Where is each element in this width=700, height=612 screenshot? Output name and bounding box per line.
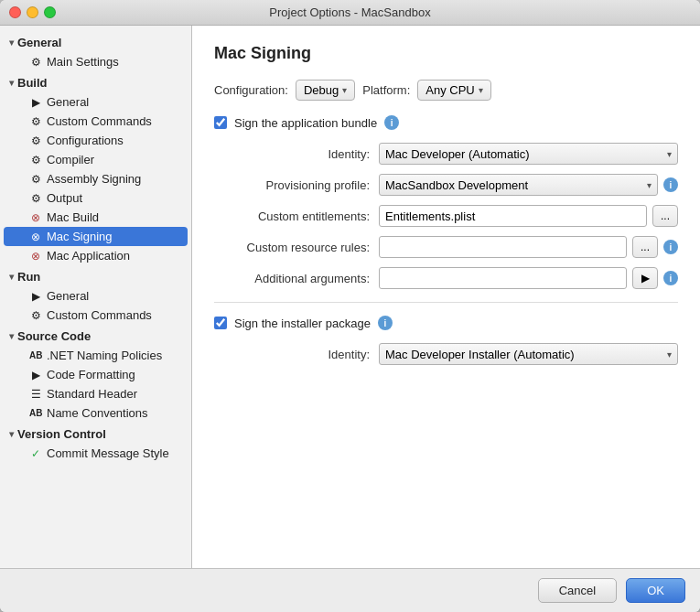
sidebar-item-configurations[interactable]: ⚙ Configurations bbox=[4, 131, 188, 150]
sidebar-item-mac-build[interactable]: ⊗ Mac Build bbox=[4, 208, 188, 227]
sidebar-group-source-code[interactable]: ▾ Source Code bbox=[0, 327, 191, 346]
page-title: Mac Signing bbox=[214, 44, 678, 63]
resource-rules-row: Custom resource rules: ... i bbox=[214, 236, 678, 258]
lines-icon: ☰ bbox=[29, 388, 42, 401]
gear-icon: ⚙ bbox=[29, 309, 42, 322]
resource-rules-browse-button[interactable]: ... bbox=[632, 236, 658, 258]
sidebar-item-run-custom-commands[interactable]: ⚙ Custom Commands bbox=[4, 306, 188, 325]
window-title: Project Options - MacSandbox bbox=[269, 5, 430, 19]
provisioning-row: Provisioning profile: MacSandbox Develop… bbox=[214, 174, 678, 196]
sidebar-item-net-naming[interactable]: AB .NET Naming Policies bbox=[4, 346, 188, 365]
additional-args-run-button[interactable]: ▶ bbox=[632, 267, 658, 289]
additional-args-info-icon[interactable]: i bbox=[663, 271, 678, 285]
arrow-icon: ▾ bbox=[9, 429, 14, 439]
sidebar-group-source-code-label: Source Code bbox=[17, 329, 91, 343]
sidebar-section-version-control: ▾ Version Control ✓ Commit Message Style bbox=[0, 424, 191, 463]
configuration-label: Configuration: bbox=[214, 83, 288, 97]
sidebar-group-build-label: Build bbox=[17, 76, 48, 90]
installer-identity-row: Identity: Mac Developer Installer (Autom… bbox=[214, 343, 678, 365]
gear-icon: ⚙ bbox=[29, 173, 42, 186]
entitlements-browse-button[interactable]: ... bbox=[652, 205, 678, 227]
provisioning-info-icon[interactable]: i bbox=[663, 177, 678, 192]
sidebar-item-custom-commands[interactable]: ⚙ Custom Commands bbox=[4, 112, 188, 131]
sidebar-group-version-control[interactable]: ▾ Version Control bbox=[0, 424, 191, 444]
sidebar-item-mac-signing[interactable]: ⊗ Mac Signing bbox=[4, 227, 188, 246]
close-button[interactable] bbox=[9, 6, 21, 18]
sign-installer-info-icon[interactable]: i bbox=[378, 316, 393, 330]
sidebar-group-version-control-label: Version Control bbox=[17, 427, 106, 441]
additional-args-input[interactable] bbox=[379, 267, 627, 289]
main-panel: Mac Signing Configuration: Debug ▾ Platf… bbox=[192, 26, 700, 568]
identity-label: Identity: bbox=[214, 147, 379, 161]
resource-rules-label: Custom resource rules: bbox=[214, 241, 379, 254]
configuration-value: Debug bbox=[304, 83, 339, 97]
sidebar-group-general-label: General bbox=[17, 36, 61, 49]
sidebar-item-label: Configurations bbox=[47, 134, 124, 147]
sidebar-group-general[interactable]: ▾ General bbox=[0, 33, 191, 52]
ok-button[interactable]: OK bbox=[626, 578, 685, 603]
sidebar-item-output[interactable]: ⚙ Output bbox=[4, 188, 188, 208]
identity-input-group: Mac Developer (Automatic) ▾ bbox=[379, 143, 678, 165]
sidebar-item-main-settings[interactable]: ⚙ Main Settings bbox=[4, 52, 188, 71]
provisioning-value: MacSandbox Development bbox=[385, 178, 528, 192]
sidebar-section-source-code: ▾ Source Code AB .NET Naming Policies ▶ … bbox=[0, 327, 191, 423]
gear-icon: ⚙ bbox=[29, 115, 42, 128]
sidebar-item-mac-application[interactable]: ⊗ Mac Application bbox=[4, 246, 188, 265]
provisioning-label: Provisioning profile: bbox=[214, 178, 379, 192]
sidebar-item-label: Custom Commands bbox=[47, 114, 152, 128]
divider bbox=[214, 302, 678, 303]
gear-icon: ⚙ bbox=[29, 56, 42, 69]
titlebar: Project Options - MacSandbox bbox=[0, 0, 700, 26]
sidebar-item-code-formatting[interactable]: ▶ Code Formatting bbox=[4, 365, 188, 384]
sidebar-item-label: Standard Header bbox=[47, 387, 137, 401]
sidebar-item-commit-message[interactable]: ✓ Commit Message Style bbox=[4, 444, 188, 463]
window: Project Options - MacSandbox ▾ General ⚙… bbox=[0, 0, 700, 612]
sidebar-group-build[interactable]: ▾ Build bbox=[0, 73, 191, 92]
sidebar-item-label: Code Formatting bbox=[47, 368, 135, 381]
installer-identity-dropdown[interactable]: Mac Developer Installer (Automatic) ▾ bbox=[379, 343, 678, 365]
cancel-button[interactable]: Cancel bbox=[538, 578, 617, 603]
sign-installer-label: Sign the installer package bbox=[234, 317, 371, 330]
platform-dropdown[interactable]: Any CPU ▾ bbox=[417, 80, 490, 101]
sign-bundle-info-icon[interactable]: i bbox=[384, 115, 399, 130]
sidebar-section-run: ▾ Run ▶ General ⚙ Custom Commands bbox=[0, 267, 191, 325]
ab-icon: AB bbox=[29, 350, 42, 360]
maximize-button[interactable] bbox=[44, 6, 56, 18]
resource-rules-info-icon[interactable]: i bbox=[663, 240, 678, 254]
arrow-icon: ▶ bbox=[29, 96, 42, 109]
chevron-down-icon: ▾ bbox=[647, 180, 652, 190]
sidebar-item-label: Custom Commands bbox=[47, 308, 152, 322]
sidebar-item-label: Mac Application bbox=[47, 249, 130, 263]
additional-args-label: Additional arguments: bbox=[214, 272, 379, 285]
cross-circle-icon: ⊗ bbox=[29, 231, 42, 243]
entitlements-input-group: ... bbox=[379, 205, 678, 227]
sign-installer-checkbox[interactable] bbox=[214, 317, 227, 329]
chevron-down-icon: ▾ bbox=[667, 149, 672, 159]
additional-args-input-group: ▶ i bbox=[379, 267, 678, 289]
configuration-dropdown[interactable]: Debug ▾ bbox=[296, 80, 355, 101]
sidebar-item-run-general[interactable]: ▶ General bbox=[4, 286, 188, 306]
sidebar-item-assembly-signing[interactable]: ⚙ Assembly Signing bbox=[4, 169, 188, 188]
sign-bundle-checkbox[interactable] bbox=[214, 116, 227, 129]
sidebar-group-run[interactable]: ▾ Run bbox=[0, 267, 191, 286]
identity-dropdown[interactable]: Mac Developer (Automatic) ▾ bbox=[379, 143, 678, 165]
identity-value: Mac Developer (Automatic) bbox=[385, 147, 530, 161]
cross-circle-icon: ⊗ bbox=[29, 250, 42, 263]
sidebar-item-label: Mac Signing bbox=[47, 230, 113, 243]
provisioning-dropdown[interactable]: MacSandbox Development ▾ bbox=[379, 174, 658, 196]
provisioning-input-group: MacSandbox Development ▾ i bbox=[379, 174, 678, 196]
configuration-row: Configuration: Debug ▾ Platform: Any CPU… bbox=[214, 80, 678, 101]
resource-rules-input[interactable] bbox=[379, 236, 627, 258]
entitlements-input[interactable] bbox=[379, 205, 647, 227]
sidebar-item-standard-header[interactable]: ☰ Standard Header bbox=[4, 384, 188, 403]
sidebar-item-build-general[interactable]: ▶ General bbox=[4, 92, 188, 112]
content-area: ▾ General ⚙ Main Settings ▾ Build bbox=[0, 26, 700, 568]
platform-label: Platform: bbox=[362, 83, 410, 97]
installer-identity-value: Mac Developer Installer (Automatic) bbox=[385, 348, 575, 361]
sidebar-item-label: Name Conventions bbox=[47, 406, 148, 420]
sidebar-item-name-conventions[interactable]: AB Name Conventions bbox=[4, 403, 188, 423]
sidebar-item-label: Main Settings bbox=[47, 55, 119, 69]
sidebar-section-build: ▾ Build ▶ General ⚙ Custom Commands ⚙ Co… bbox=[0, 73, 191, 265]
minimize-button[interactable] bbox=[27, 6, 38, 18]
sidebar-item-compiler[interactable]: ⚙ Compiler bbox=[4, 150, 188, 169]
